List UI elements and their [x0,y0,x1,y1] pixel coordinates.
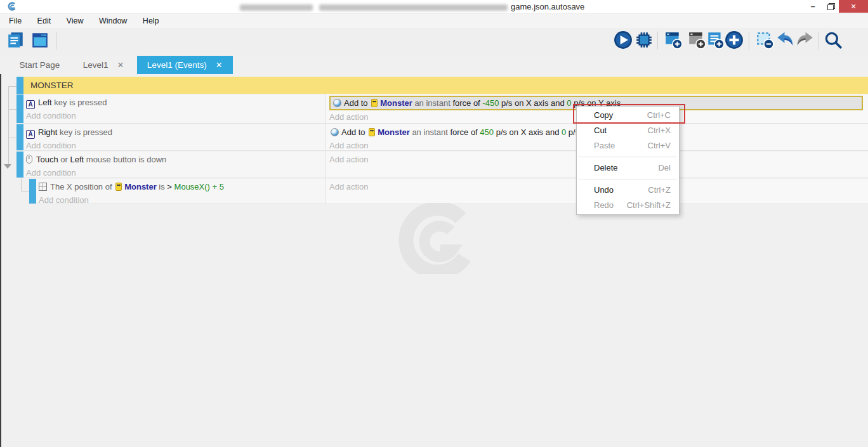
toolbar-separator [749,32,749,49]
add-comment-icon[interactable] [706,30,725,49]
monster-thumbnail-icon [115,183,122,191]
context-menu-item-redo[interactable]: Redo Ctrl+Shift+Z [577,198,679,213]
add-subevent-icon[interactable] [687,30,706,49]
menu-item-label: Paste [594,138,615,153]
context-menu-item-copy[interactable]: Copy Ctrl+C [577,108,679,123]
menu-item-shortcut: Ctrl+X [648,123,671,138]
mouse-icon [26,155,32,164]
tab-bar: Start Page Level1✕ Level1 (Events)✕ [0,56,868,74]
event-handle-bar[interactable] [29,179,36,204]
condition-text[interactable]: The X position of Monster is > MouseX() … [50,182,224,191]
menu-edit[interactable]: Edit [31,14,58,28]
menu-separator [579,157,677,157]
gdevelop-watermark-logo [386,203,484,276]
force-icon [331,128,339,136]
restore-button[interactable] [822,0,839,13]
close-button[interactable]: ✕ [839,0,868,13]
collapse-arrow-icon[interactable] [4,164,11,169]
tab-label: Start Page [19,60,60,70]
menu-item-label: Redo [594,198,614,213]
add-condition-link[interactable]: Add condition [26,139,325,152]
menu-help[interactable]: Help [136,14,166,28]
add-condition-link[interactable]: Add condition [26,167,325,179]
add-condition-link[interactable]: Add condition [39,194,325,207]
menu-view[interactable]: View [60,14,90,28]
comment-text: MONSTER [30,77,74,94]
menu-item-shortcut: Ctrl+C [647,108,671,123]
clear-selection-icon[interactable] [755,30,774,49]
redacted-path-segment [240,4,313,11]
menu-window[interactable]: Window [93,14,133,28]
context-menu: Copy Ctrl+C Cut Ctrl+X Paste Ctrl+V Dele… [576,106,680,215]
redacted-path-segment [319,4,508,11]
undo-icon[interactable] [775,30,794,49]
action-text[interactable]: Add to Monster an instant force of 450 p… [341,127,615,137]
subevent-tree-line [21,191,29,191]
event-handle-bar[interactable] [16,77,23,94]
conditions-cell[interactable]: ARight key is pressed Add condition [23,124,326,150]
tab-label: Level1 (Events) [147,60,207,70]
condition-text[interactable]: Left key is pressed [38,98,107,107]
add-more-icon[interactable] [725,30,744,49]
conditions-cell[interactable]: ALeft key is pressed Add condition [23,94,326,123]
menu-bar: File Edit View Window Help [0,14,868,28]
tab-label: Level1 [83,60,109,70]
minimize-button[interactable]: – [805,0,821,13]
monster-thumbnail-icon [369,128,375,136]
keyboard-key-icon: A [26,130,35,139]
comment-row[interactable]: MONSTER [16,77,868,94]
menu-item-label: Cut [594,123,607,138]
context-menu-item-undo[interactable]: Undo Ctrl+Z [577,183,679,198]
window-title: game.json.autosave [511,2,584,11]
preview-play-icon[interactable] [614,30,633,49]
gdevelop-logo-icon [6,2,18,11]
event-tree-line [8,109,16,110]
menu-item-label: Delete [594,160,618,176]
debugger-icon[interactable] [635,30,654,49]
context-menu-item-paste[interactable]: Paste Ctrl+V [577,138,679,153]
event-row[interactable]: Touch or Left mouse button is down Add c… [16,152,868,178]
add-condition-link[interactable]: Add condition [26,110,325,122]
context-menu-item-delete[interactable]: Delete Del [577,160,679,176]
menu-file[interactable]: File [3,14,28,28]
redo-icon[interactable] [796,30,815,49]
event-tree-line [8,86,16,87]
monster-thumbnail-icon [371,99,378,107]
tab-start-page[interactable]: Start Page [9,56,70,74]
condition-text[interactable]: Touch or Left mouse button is down [36,155,166,164]
title-bar: game.json.autosave – ✕ [0,0,868,14]
search-icon[interactable] [824,30,843,49]
restore-icon [827,3,834,9]
panel-left-border [0,14,1,447]
toolbar-separator [657,32,658,49]
context-menu-item-cut[interactable]: Cut Ctrl+X [577,123,679,138]
project-manager-icon[interactable] [6,30,25,49]
conditions-cell[interactable]: Touch or Left mouse button is down Add c… [23,152,326,178]
close-tab-icon[interactable]: ✕ [216,60,223,70]
menu-item-shortcut: Del [658,160,671,176]
event-handle-bar[interactable] [16,152,23,178]
event-row[interactable]: ALeft key is pressed Add condition Add t… [16,94,868,124]
event-handle-bar[interactable] [16,94,23,123]
toolbar-separator [819,32,819,49]
force-icon [333,99,341,107]
scene-editor-icon[interactable] [30,30,49,49]
add-event-icon[interactable] [664,30,683,49]
tab-level1[interactable]: Level1✕ [73,56,135,74]
position-icon [39,183,47,191]
menu-item-shortcut: Ctrl+Z [648,183,671,198]
tab-level1-events[interactable]: Level1 (Events)✕ [137,56,233,74]
close-tab-icon[interactable]: ✕ [117,60,124,70]
event-handle-bar[interactable] [16,124,23,150]
event-tree-line [8,138,16,138]
conditions-cell[interactable]: The X position of Monster is > MouseX() … [36,179,326,204]
condition-text[interactable]: Right key is pressed [38,127,112,137]
subevent-tree-line [21,179,22,191]
toolbar-separator [56,32,56,49]
menu-item-label: Undo [594,183,614,198]
event-row[interactable]: ARight key is pressed Add condition Add … [16,124,868,151]
menu-item-shortcut: Ctrl+Shift+Z [627,198,671,213]
event-tree-line [8,86,9,167]
keyboard-key-icon: A [26,100,35,109]
subevent-row[interactable]: The X position of Monster is > MouseX() … [29,179,868,204]
